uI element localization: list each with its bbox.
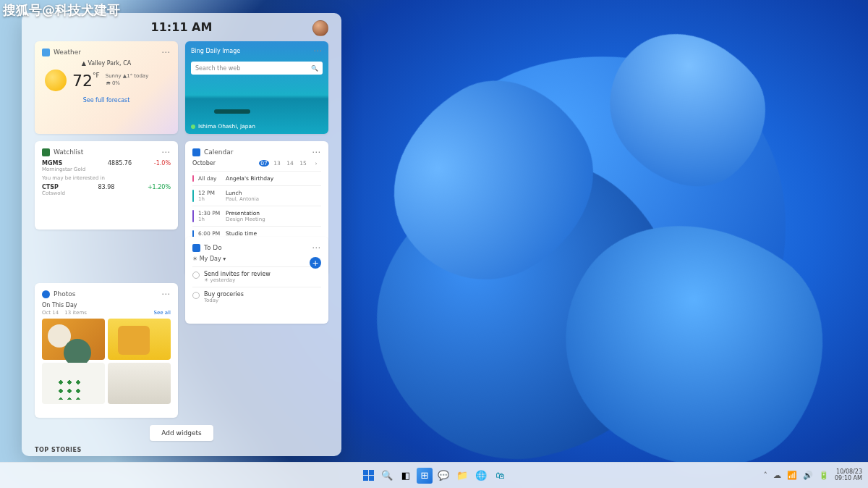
- chevron-up-icon[interactable]: ˄: [764, 471, 768, 480]
- task-view-button[interactable]: ◧: [398, 468, 414, 484]
- sun-icon: [45, 70, 67, 91]
- volume-icon[interactable]: 🔊: [803, 471, 813, 480]
- start-button[interactable]: [360, 468, 376, 484]
- calendar-event[interactable]: 12 PM1hLunchPaul, Antonia: [192, 185, 321, 206]
- todo-item[interactable]: Send invites for review☀ yesterday: [192, 266, 321, 287]
- bing-search-input[interactable]: Search the web🔍: [191, 62, 323, 75]
- photo-thumbnail[interactable]: [42, 363, 105, 404]
- calendar-today[interactable]: 07: [259, 160, 269, 167]
- taskbar: 🔍 ◧ ⊞ 💬 📁 🌐 🛍 ˄ ☁ 📶 🔊 🔋 10/08/2309:10 AM: [0, 462, 868, 488]
- more-icon[interactable]: ⋯: [312, 147, 321, 157]
- watchlist-widget[interactable]: Watchlist⋯ MGMSMorningstar Gold4885.76-1…: [35, 141, 178, 230]
- chat-button[interactable]: 💬: [435, 468, 451, 484]
- wifi-icon[interactable]: 📶: [787, 471, 797, 480]
- bing-image-widget[interactable]: Bing Daily Image⋯ Search the web🔍 Ishima…: [185, 41, 328, 134]
- bing-caption: Ishima Ohashi, Japan: [191, 123, 255, 130]
- weather-temp: 72: [72, 72, 93, 90]
- photo-thumbnail[interactable]: [42, 319, 105, 360]
- user-avatar[interactable]: [312, 20, 328, 36]
- calendar-event[interactable]: 1:30 PM1hPresentationDesign Meeting: [192, 206, 321, 226]
- chevron-right-icon[interactable]: ›: [311, 160, 321, 167]
- todo-title: To Do: [204, 244, 308, 251]
- more-icon[interactable]: ⋯: [161, 47, 171, 57]
- watermark-text: 搜狐号@科技犬建哥: [3, 1, 120, 19]
- store-button[interactable]: 🛍: [492, 468, 508, 484]
- more-icon[interactable]: ⋯: [312, 243, 321, 253]
- forecast-link[interactable]: See full forecast: [42, 97, 171, 104]
- todo-checkbox[interactable]: [192, 272, 200, 279]
- todo-checkbox[interactable]: [192, 292, 200, 299]
- photo-thumbnail[interactable]: [108, 363, 171, 404]
- photos-widget[interactable]: Photos⋯ On This Day Oct 1413 itemsSee al…: [35, 283, 178, 418]
- todo-list-dropdown[interactable]: ☀ My Day ▾: [192, 256, 321, 262]
- more-icon[interactable]: ⋯: [161, 147, 171, 157]
- taskbar-clock[interactable]: 10/08/2309:10 AM: [835, 469, 862, 482]
- photo-thumbnail[interactable]: [108, 319, 171, 360]
- widgets-panel: 11:11 AM Weather⋯ ▲ Valley Park, CA 72°F…: [22, 13, 341, 456]
- top-stories-section: TOP STORIES CBS News · 2 hours One of th…: [35, 447, 328, 456]
- search-icon[interactable]: 🔍: [311, 65, 318, 72]
- edge-button[interactable]: 🌐: [473, 468, 489, 484]
- see-all-link[interactable]: See all: [154, 310, 171, 316]
- panel-clock: 11:11 AM: [151, 20, 213, 34]
- todo-item[interactable]: Buy groceriesToday: [192, 287, 321, 307]
- bing-title: Bing Daily Image: [191, 48, 240, 54]
- more-icon[interactable]: ⋯: [161, 289, 171, 299]
- add-widgets-button[interactable]: Add widgets: [150, 425, 213, 441]
- explorer-button[interactable]: 📁: [454, 468, 470, 484]
- stocks-title: Watchlist: [54, 148, 158, 156]
- battery-icon[interactable]: 🔋: [819, 471, 829, 480]
- search-button[interactable]: 🔍: [379, 468, 395, 484]
- photos-title: Photos: [54, 290, 158, 298]
- onedrive-icon[interactable]: ☁: [773, 471, 781, 480]
- weather-title: Weather: [54, 49, 158, 56]
- more-icon[interactable]: ⋯: [313, 46, 323, 56]
- calendar-event[interactable]: All dayAngela's Birthday: [192, 171, 321, 185]
- weather-widget[interactable]: Weather⋯ ▲ Valley Park, CA 72°F Sunny ▲1…: [35, 41, 178, 134]
- todo-widget[interactable]: To Do⋯ ☀ My Day ▾ + Send invites for rev…: [185, 237, 328, 324]
- add-task-button[interactable]: +: [310, 257, 321, 269]
- calendar-title: Calendar: [204, 148, 308, 156]
- weather-location: ▲ Valley Park, CA: [42, 60, 171, 67]
- widgets-button[interactable]: ⊞: [417, 468, 433, 484]
